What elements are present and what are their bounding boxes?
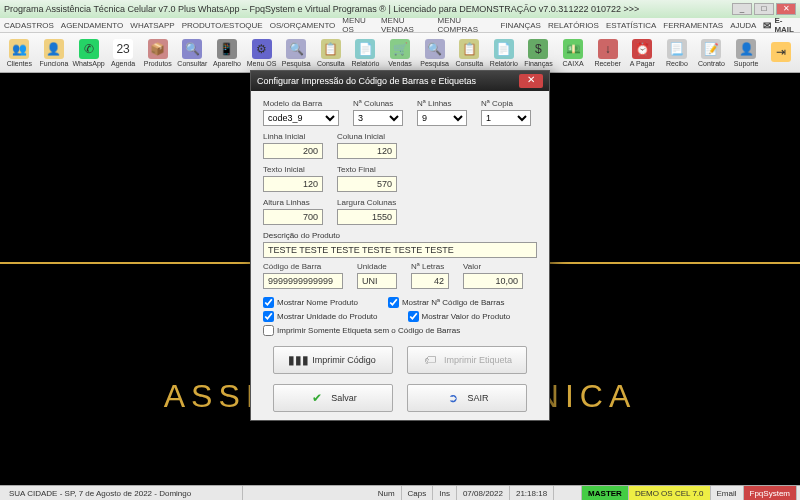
dialog-titlebar: Configurar Impressão do Código de Barras… — [251, 71, 549, 91]
window-close-button[interactable]: ✕ — [776, 3, 796, 15]
toolbar-label: Pesquisa — [420, 60, 449, 67]
modelo-select[interactable]: code3_9 — [263, 110, 339, 126]
ncolunas-label: Nª Colunas — [353, 99, 403, 108]
sair-button[interactable]: ➲ SAIR — [407, 384, 527, 412]
texto-inicial-label: Texto Inicial — [263, 165, 323, 174]
tag-icon: 🏷 — [422, 352, 438, 368]
toolbar-label: Consulta — [455, 60, 483, 67]
toolbar-label: Menu OS — [247, 60, 277, 67]
texto-inicial-input[interactable]: 120 — [263, 176, 323, 192]
chk-unidade-box[interactable] — [263, 311, 274, 322]
status-email[interactable]: Email — [711, 486, 744, 500]
toolbar-label: Receber — [594, 60, 620, 67]
toolbar-label: CAIXA — [563, 60, 584, 67]
menu-os[interactable]: OS/ORÇAMENTO — [270, 21, 336, 30]
status-time: 21:18:18 — [510, 486, 554, 500]
status-master: MASTER — [582, 486, 629, 500]
toolbar-btn-clientes[interactable]: 👥Clientes — [3, 35, 36, 71]
toolbar-btn-produtos[interactable]: 📦Produtos — [141, 35, 174, 71]
salvar-button[interactable]: ✔ Salvar — [273, 384, 393, 412]
toolbar-icon: 📦 — [148, 39, 168, 59]
menu-vendas[interactable]: MENU VENDAS — [381, 16, 431, 34]
toolbar-btn-contrato[interactable]: 📝Contrato — [695, 35, 728, 71]
imprimir-codigo-button[interactable]: ▮▮▮ Imprimir Código — [273, 346, 393, 374]
toolbar-btn-menu os[interactable]: ⚙Menu OS — [245, 35, 278, 71]
altura-linhas-input[interactable]: 700 — [263, 209, 323, 225]
chk-valor[interactable]: Mostrar Valor do Produto — [408, 311, 511, 322]
menu-ajuda[interactable]: AJUDA — [730, 21, 756, 30]
toolbar-btn-consulta[interactable]: 📋Consulta — [314, 35, 347, 71]
menu-cadastros[interactable]: CADASTROS — [4, 21, 54, 30]
status-demo: DEMO OS CEL 7.0 — [629, 486, 711, 500]
toolbar-btn-consultar[interactable]: 🔍Consultar — [176, 35, 209, 71]
menu-financas[interactable]: FINANÇAS — [501, 21, 541, 30]
nlinhas-select[interactable]: 9 — [417, 110, 467, 126]
barcode-icon: ▮▮▮ — [290, 352, 306, 368]
nletras-input[interactable]: 42 — [411, 273, 449, 289]
toolbar-btn-vendas[interactable]: 🛒Vendas — [384, 35, 417, 71]
toolbar-btn-aparelho[interactable]: 📱Aparelho — [211, 35, 244, 71]
menu-compras[interactable]: MENU COMPRAS — [438, 16, 494, 34]
toolbar-icon: ⏰ — [632, 39, 652, 59]
toolbar-icon: 👥 — [9, 39, 29, 59]
dialog-close-button[interactable]: ✕ — [519, 74, 543, 88]
coluna-inicial-input[interactable]: 120 — [337, 143, 397, 159]
toolbar-label: Pesquisa — [282, 60, 311, 67]
toolbar-btn-receber[interactable]: ↓Receber — [591, 35, 624, 71]
menu-agendamento[interactable]: AGENDAMENTO — [61, 21, 124, 30]
texto-final-input[interactable]: 570 — [337, 176, 397, 192]
menu-email[interactable]: E-MAIL — [763, 16, 796, 34]
toolbar-btn-relatório[interactable]: 📄Relatório — [349, 35, 382, 71]
imprimir-etiqueta-button[interactable]: 🏷 Imprimir Etiqueta — [407, 346, 527, 374]
toolbar-btn-relatório[interactable]: 📄Relatório — [488, 35, 521, 71]
toolbar-btn-finanças[interactable]: $Finanças — [522, 35, 555, 71]
toolbar-label: Contrato — [698, 60, 725, 67]
statusbar: SUA CIDADE - SP, 7 de Agosto de 2022 - D… — [0, 485, 800, 500]
toolbar-btn-recibo[interactable]: 📃Recibo — [661, 35, 694, 71]
toolbar-label: Aparelho — [213, 60, 241, 67]
toolbar-btn-funciona[interactable]: 👤Funciona — [38, 35, 71, 71]
chk-codigo[interactable]: Mostrar Nª Código de Barras — [388, 297, 505, 308]
toolbar-btn-caixa[interactable]: 💵CAIXA — [557, 35, 590, 71]
toolbar-btn-whatsapp[interactable]: ✆WhatsApp — [72, 35, 105, 71]
toolbar-label: Consulta — [317, 60, 345, 67]
codigo-barra-input[interactable]: 9999999999999 — [263, 273, 343, 289]
toolbar-btn-consulta[interactable]: 📋Consulta — [453, 35, 486, 71]
toolbar-btn-agenda[interactable]: 23Agenda — [107, 35, 140, 71]
chk-somente[interactable]: Imprimir Somente Etiqueta sem o Código d… — [263, 325, 460, 336]
linha-inicial-input[interactable]: 200 — [263, 143, 323, 159]
menu-produto[interactable]: PRODUTO/ESTOQUE — [182, 21, 263, 30]
valor-input[interactable]: 10,00 — [463, 273, 523, 289]
chk-valor-box[interactable] — [408, 311, 419, 322]
toolbar-btn-pesquisa[interactable]: 🔍Pesquisa — [418, 35, 451, 71]
toolbar-btn-pesquisa[interactable]: 🔍Pesquisa — [280, 35, 313, 71]
toolbar-icon: 📋 — [459, 39, 479, 59]
chk-nome[interactable]: Mostrar Nome Produto — [263, 297, 358, 308]
status-location: SUA CIDADE - SP, 7 de Agosto de 2022 - D… — [3, 486, 243, 500]
chk-unidade[interactable]: Mostrar Unidade do Produto — [263, 311, 378, 322]
ncolunas-select[interactable]: 3 — [353, 110, 403, 126]
unidade-input[interactable]: UNI — [357, 273, 397, 289]
menu-ferramentas[interactable]: FERRAMENTAS — [663, 21, 723, 30]
largura-colunas-input[interactable]: 1550 — [337, 209, 397, 225]
chk-codigo-box[interactable] — [388, 297, 399, 308]
ncopia-select[interactable]: 1 — [481, 110, 531, 126]
menu-estatistica[interactable]: ESTATÍSTICA — [606, 21, 656, 30]
menu-menuos[interactable]: MENU OS — [342, 16, 374, 34]
toolbar-icon: 📃 — [667, 39, 687, 59]
chk-somente-box[interactable] — [263, 325, 274, 336]
window-maximize-button[interactable]: □ — [754, 3, 774, 15]
window-minimize-button[interactable]: _ — [732, 3, 752, 15]
toolbar-btn-exit[interactable]: ⇥ — [764, 35, 797, 71]
toolbar-btn-a pagar[interactable]: ⏰A Pagar — [626, 35, 659, 71]
descricao-input[interactable]: TESTE TESTE TESTE TESTE TESTE TESTE — [263, 242, 537, 258]
toolbar-label: Suporte — [734, 60, 759, 67]
toolbar-icon: 🔍 — [286, 39, 306, 59]
barcode-config-dialog: Configurar Impressão do Código de Barras… — [250, 70, 550, 421]
menu-relatorios[interactable]: RELATÓRIOS — [548, 21, 599, 30]
chk-nome-box[interactable] — [263, 297, 274, 308]
toolbar: 👥Clientes👤Funciona✆WhatsApp23Agenda📦Prod… — [0, 33, 800, 73]
toolbar-label: Clientes — [7, 60, 32, 67]
toolbar-btn-suporte[interactable]: 👤Suporte — [730, 35, 763, 71]
menu-whatsapp[interactable]: WHATSAPP — [130, 21, 174, 30]
